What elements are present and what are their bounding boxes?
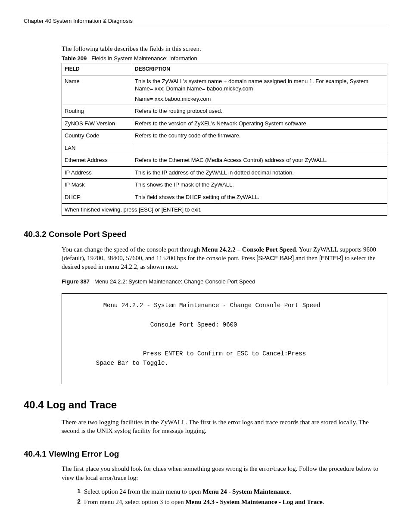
table-row: Country CodeRefers to the country code o… xyxy=(62,130,387,142)
table-footer-row: When finished viewing, press [ESC] or [E… xyxy=(62,203,387,216)
table-cell-desc: This is the ZyWALL's system name + domai… xyxy=(132,75,387,105)
table-caption: Table 209 Fields in System Maintenance: … xyxy=(62,55,387,62)
console-screenshot: Menu 24.2.2 - System Maintenance - Chang… xyxy=(62,293,387,384)
table-cell-desc: This is the IP address of the ZyWALL in … xyxy=(132,166,387,179)
table-row: LAN xyxy=(62,142,387,154)
main-content: The following table describes the fields… xyxy=(62,44,387,216)
table-cell-field: DHCP xyxy=(62,191,132,204)
table-cell-field: Routing xyxy=(62,105,132,118)
table-cell-field: IP Address xyxy=(62,166,132,179)
table-row: IP AddressThis is the IP address of the … xyxy=(62,166,387,179)
table-caption-label: Table 209 xyxy=(62,55,87,62)
table-cell-desc: This shows the IP mask of the ZyWALL. xyxy=(132,179,387,191)
step-number: 2 xyxy=(72,498,81,506)
heading-40-4-1: 40.4.1 Viewing Error Log xyxy=(24,448,387,460)
step-text: From menu 24, select option 3 to open Me… xyxy=(84,498,387,506)
table-cell-field: LAN xyxy=(62,142,132,154)
table-footer-cell: When finished viewing, press [ESC] or [E… xyxy=(62,203,387,216)
table-caption-title: Fields in System Maintenance: Informatio… xyxy=(91,55,197,62)
table-row: Ethernet AddressRefers to the Ethernet M… xyxy=(62,154,387,167)
list-item: 2From menu 24, select option 3 to open M… xyxy=(72,498,387,506)
figure-caption-title: Menu 24.2.2: System Maintenance: Change … xyxy=(94,278,255,285)
step-number: 1 xyxy=(72,487,81,496)
steps-list: 1Select option 24 from the main menu to … xyxy=(72,487,387,507)
table-cell-field: ZyNOS F/W Version xyxy=(62,117,132,130)
console-port-speed-para: You can change the speed of the console … xyxy=(62,245,387,271)
table-row: DHCPThis field shows the DHCP setting of… xyxy=(62,191,387,204)
viewing-error-log-para: The first place you should look for clue… xyxy=(62,464,387,482)
table-head-desc: DESCRIPTION xyxy=(132,63,387,75)
heading-40-3-2: 40.3.2 Console Port Speed xyxy=(24,229,387,240)
table-cell-field: Country Code xyxy=(62,130,132,142)
figure-caption-label: Figure 387 xyxy=(62,278,90,285)
table-intro-text: The following table describes the fields… xyxy=(62,44,387,53)
table-cell-field: IP Mask xyxy=(62,179,132,191)
table-row: IP MaskThis shows the IP mask of the ZyW… xyxy=(62,179,387,191)
table-cell-field: Name xyxy=(62,75,132,105)
table-cell-desc xyxy=(132,142,387,154)
table-cell-desc: Refers to the version of ZyXEL's Network… xyxy=(132,117,387,130)
page-header: Chapter 40 System Information & Diagnosi… xyxy=(24,17,387,27)
step-text: Select option 24 from the main menu to o… xyxy=(84,487,387,496)
table-cell-desc: This field shows the DHCP setting of the… xyxy=(132,191,387,204)
list-item: 1Select option 24 from the main menu to … xyxy=(72,487,387,496)
table-cell-field: Ethernet Address xyxy=(62,154,132,167)
table-row: RoutingRefers to the routing protocol us… xyxy=(62,105,387,118)
table-cell-desc: Refers to the Ethernet MAC (Media Access… xyxy=(132,154,387,167)
fields-table: FIELD DESCRIPTION NameThis is the ZyWALL… xyxy=(62,63,387,216)
table-head-field: FIELD xyxy=(62,63,132,75)
heading-40-4: 40.4 Log and Trace xyxy=(24,398,387,412)
figure-caption: Figure 387 Menu 24.2.2: System Maintenan… xyxy=(62,278,387,286)
table-cell-desc: Refers to the routing protocol used. xyxy=(132,105,387,118)
table-row: ZyNOS F/W VersionRefers to the version o… xyxy=(62,117,387,130)
log-and-trace-para: There are two logging facilities in the … xyxy=(62,418,387,436)
table-row: NameThis is the ZyWALL's system name + d… xyxy=(62,75,387,105)
table-cell-desc: Refers to the country code of the firmwa… xyxy=(132,130,387,142)
